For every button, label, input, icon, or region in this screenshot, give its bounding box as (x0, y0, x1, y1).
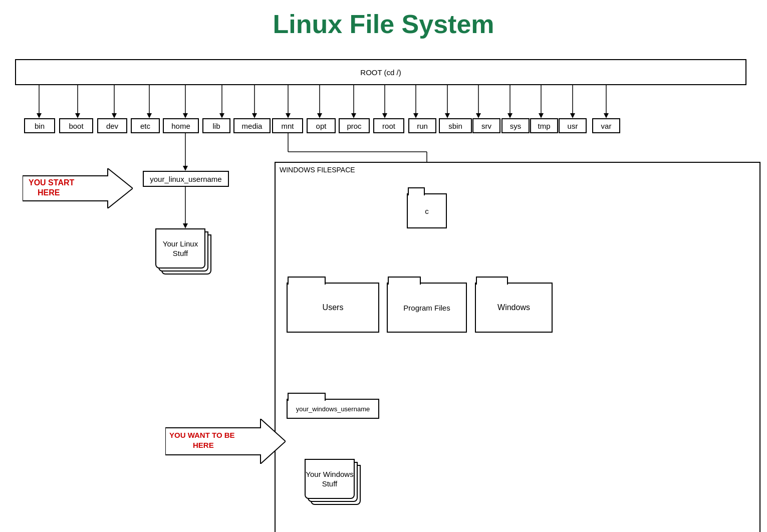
root-node: ROOT (cd /) (15, 59, 746, 85)
node-sys: sys (501, 118, 530, 133)
svg-marker-29 (507, 113, 513, 118)
node-run: run (408, 118, 436, 133)
node-media: media (233, 118, 271, 133)
program-files-folder: Program Files (387, 283, 467, 333)
windows-username-folder: your_windows_username (287, 399, 379, 419)
svg-marker-59 (165, 419, 286, 464)
node-mnt: mnt (272, 118, 303, 133)
svg-marker-33 (570, 113, 575, 118)
node-sbin: sbin (439, 118, 472, 133)
svg-marker-39 (183, 223, 188, 228)
node-boot: boot (59, 118, 93, 133)
page-title: Linux File System (0, 0, 767, 44)
you-want-to-be-here-arrow: YOU WANT TO BE HERE (165, 419, 286, 464)
node-usr: usr (559, 118, 587, 133)
svg-marker-7 (147, 113, 152, 118)
svg-marker-21 (382, 113, 387, 118)
svg-marker-3 (75, 113, 80, 118)
node-root: root (373, 118, 404, 133)
svg-marker-27 (476, 113, 481, 118)
node-home: home (163, 118, 199, 133)
windows-stuff-papers: Your WindowsStuff (305, 459, 365, 509)
node-opt: opt (307, 118, 336, 133)
svg-text:YOU WANT TO BE: YOU WANT TO BE (169, 431, 235, 439)
you-start-here-arrow: YOU START HERE (23, 168, 133, 208)
node-srv: srv (472, 118, 500, 133)
linux-stuff-papers: Your LinuxStuff (155, 228, 215, 279)
users-folder: Users (287, 283, 379, 333)
svg-marker-23 (413, 113, 418, 118)
node-etc: etc (131, 118, 160, 133)
svg-text:YOU START: YOU START (29, 178, 74, 187)
node-lib: lib (202, 118, 230, 133)
c-drive-folder: c (407, 193, 447, 228)
svg-marker-35 (604, 113, 609, 118)
node-dev: dev (97, 118, 127, 133)
svg-marker-11 (219, 113, 224, 118)
svg-marker-5 (112, 113, 117, 118)
svg-text:HERE: HERE (193, 441, 214, 449)
svg-marker-37 (183, 166, 188, 171)
node-bin: bin (24, 118, 55, 133)
svg-marker-25 (445, 113, 450, 118)
svg-text:HERE: HERE (38, 188, 60, 197)
svg-marker-17 (317, 113, 322, 118)
windows-folder: Windows (475, 283, 553, 333)
node-tmp: tmp (530, 118, 558, 133)
svg-marker-31 (539, 113, 544, 118)
svg-marker-19 (351, 113, 356, 118)
svg-marker-1 (37, 113, 42, 118)
linux-username-node: your_linux_username (143, 171, 229, 187)
node-proc: proc (339, 118, 370, 133)
svg-marker-15 (286, 113, 291, 118)
svg-marker-9 (183, 113, 188, 118)
node-var: var (592, 118, 620, 133)
svg-marker-13 (252, 113, 257, 118)
